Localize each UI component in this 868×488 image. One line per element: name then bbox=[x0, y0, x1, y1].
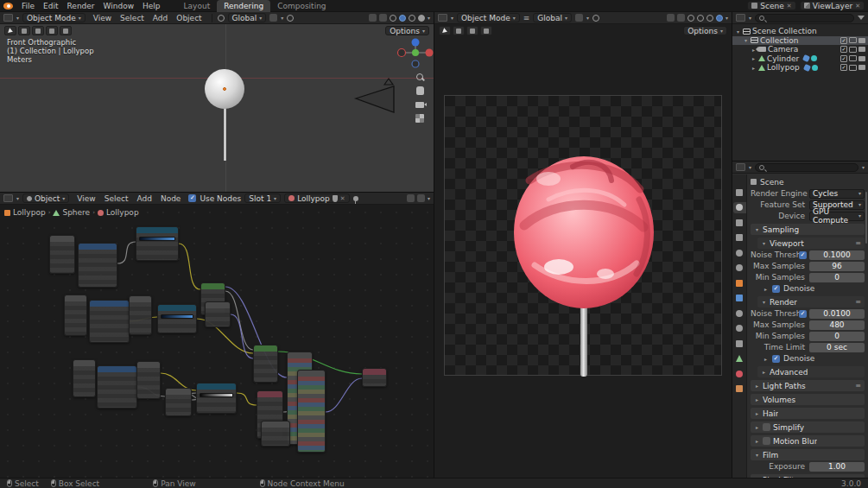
shader-node-1[interactable] bbox=[49, 235, 75, 274]
hide-render-icon[interactable] bbox=[858, 56, 865, 61]
denoise-checkbox[interactable]: ✓ bbox=[772, 355, 780, 363]
panel-checkbox[interactable] bbox=[763, 423, 770, 431]
value-noise-threshold[interactable]: 0.0100 bbox=[809, 309, 865, 319]
shader-node-15[interactable] bbox=[253, 345, 278, 383]
blender-logo-icon[interactable] bbox=[3, 3, 13, 10]
selectable-checkbox[interactable]: ✓ bbox=[840, 37, 847, 44]
mode-dropdown[interactable]: Object Mode▾ bbox=[22, 13, 86, 22]
tool-option-4-icon[interactable] bbox=[60, 26, 72, 35]
shader-node-7[interactable] bbox=[157, 304, 197, 333]
panel-caret[interactable]: ▸ bbox=[754, 383, 760, 389]
slot-dropdown[interactable]: Slot 1▾ bbox=[244, 193, 281, 203]
panel-caret[interactable]: ▾ bbox=[754, 226, 760, 232]
viewport-menu-view[interactable]: View bbox=[89, 12, 116, 24]
overlays-toggle-icon[interactable] bbox=[379, 14, 387, 22]
properties-tab-world[interactable] bbox=[733, 263, 746, 274]
tool-option-1-icon[interactable] bbox=[453, 26, 465, 35]
editor-type-icon[interactable] bbox=[438, 14, 447, 22]
value-exposure[interactable]: 1.00 bbox=[809, 462, 865, 472]
panel-motion-blur[interactable]: ▸Motion Blur bbox=[751, 435, 865, 447]
filter-icon[interactable] bbox=[858, 16, 865, 20]
preset-icon[interactable]: ≡ bbox=[855, 298, 861, 306]
outliner-row-scene-collection[interactable]: ▾Scene Collection bbox=[732, 27, 868, 36]
properties-tab-physics[interactable] bbox=[733, 323, 746, 334]
color-ramp-bar[interactable] bbox=[139, 237, 175, 241]
shader-node-2[interactable] bbox=[78, 243, 117, 288]
value-min-samples[interactable]: 0 bbox=[809, 273, 865, 282]
shader-node-14[interactable] bbox=[196, 383, 237, 414]
properties-tab-view-layer[interactable] bbox=[733, 232, 746, 244]
workspace-tab-layout[interactable]: Layout bbox=[177, 0, 218, 12]
viewport-menu-object[interactable]: Object bbox=[172, 12, 206, 24]
selectable-checkbox[interactable]: ✓ bbox=[840, 55, 847, 62]
shader-node-18[interactable] bbox=[297, 370, 326, 453]
active-tool-icon[interactable] bbox=[4, 26, 16, 35]
shader-node-13[interactable] bbox=[165, 388, 192, 416]
workspace-tab-rendering[interactable]: Rendering bbox=[217, 0, 270, 12]
editor-type-icon[interactable] bbox=[3, 194, 13, 202]
workspace-tab-compositing[interactable]: Compositing bbox=[270, 0, 333, 12]
shader-node-3[interactable] bbox=[136, 226, 179, 261]
menu-render[interactable]: Render bbox=[63, 0, 99, 12]
value-render-engine[interactable]: Cycles▾ bbox=[809, 189, 865, 199]
color-ramp-bar[interactable] bbox=[200, 393, 233, 397]
shading-material-icon[interactable] bbox=[706, 15, 713, 22]
expand-caret[interactable]: ▸ bbox=[763, 286, 769, 292]
expand-caret[interactable]: ▸ bbox=[751, 65, 757, 71]
unlink-material-icon[interactable]: ✕ bbox=[340, 195, 345, 202]
material-selector[interactable]: Lollypop ✕ bbox=[284, 193, 350, 203]
panel-caret[interactable]: ▾ bbox=[754, 452, 760, 458]
node-menu-view[interactable]: View bbox=[73, 193, 99, 205]
value-device[interactable]: GPU Compute▾ bbox=[809, 212, 865, 221]
hide-render-icon[interactable] bbox=[858, 65, 865, 70]
properties-tab-output[interactable] bbox=[733, 217, 746, 228]
panel-film[interactable]: ▾Film bbox=[751, 449, 865, 460]
node-canvas[interactable]: Lollypop › Sphere › Lollypop bbox=[0, 205, 434, 478]
properties-tab-constraints[interactable] bbox=[733, 338, 746, 349]
shader-node-4[interactable] bbox=[64, 295, 87, 336]
zoom-icon[interactable] bbox=[415, 73, 425, 82]
viewport-menu-select[interactable]: Select bbox=[116, 12, 149, 24]
preset-icon[interactable]: ≡ bbox=[855, 239, 861, 247]
use-nodes-checkbox[interactable]: ✓ bbox=[188, 194, 196, 202]
shader-node-10[interactable] bbox=[73, 359, 96, 397]
properties-tab-particles[interactable] bbox=[733, 307, 746, 319]
snap-magnet-icon[interactable] bbox=[575, 14, 583, 22]
pin-icon[interactable] bbox=[353, 196, 358, 201]
panel-caret[interactable]: ▸ bbox=[754, 438, 760, 444]
expand-caret[interactable]: ▾ bbox=[743, 37, 749, 43]
shader-node-6[interactable] bbox=[129, 295, 152, 335]
properties-search-input[interactable] bbox=[755, 163, 858, 172]
panel-advanced[interactable]: ▸Advanced bbox=[757, 366, 865, 377]
active-tool-icon[interactable] bbox=[439, 26, 451, 35]
properties-options-arrow[interactable]: ▾ bbox=[862, 165, 865, 170]
hide-render-icon[interactable] bbox=[858, 38, 865, 43]
checkrow-denoise[interactable]: ▸✓Denoise bbox=[751, 353, 865, 364]
checkrow-denoise[interactable]: ▸✓Denoise bbox=[751, 283, 865, 294]
shading-wireframe-icon[interactable] bbox=[687, 15, 694, 22]
panel-caret[interactable]: ▸ bbox=[754, 396, 760, 402]
properties-tab-render[interactable] bbox=[733, 202, 746, 213]
orientation-dropdown[interactable]: Global▾ bbox=[228, 13, 267, 22]
shader-node-20[interactable] bbox=[261, 421, 290, 447]
menu-help[interactable]: Help bbox=[138, 0, 165, 12]
tool-option-2-icon[interactable] bbox=[466, 26, 478, 35]
expand-caret[interactable]: ▸ bbox=[763, 356, 769, 362]
hide-viewport-icon[interactable] bbox=[849, 47, 857, 53]
properties-scrollbar[interactable] bbox=[865, 192, 867, 244]
prop-checkbox[interactable]: ✓ bbox=[799, 251, 807, 259]
outliner-row-cylinder[interactable]: ▸Cylinder✓ bbox=[732, 54, 868, 64]
tool-option-1-icon[interactable] bbox=[18, 26, 30, 35]
shading-rendered-icon[interactable] bbox=[418, 15, 425, 22]
shading-solid-icon[interactable] bbox=[697, 15, 704, 22]
viewlayer-selector[interactable]: ViewLayer ✕ bbox=[800, 1, 865, 10]
proportional-edit-icon[interactable] bbox=[287, 15, 294, 22]
scene-unlink-icon[interactable]: ✕ bbox=[787, 3, 792, 10]
hide-viewport-icon[interactable] bbox=[849, 65, 857, 71]
snapping-icon[interactable] bbox=[407, 194, 415, 202]
panel-caret[interactable]: ▸ bbox=[754, 424, 760, 430]
menu-window[interactable]: Window bbox=[99, 0, 139, 12]
overlay-icon[interactable] bbox=[417, 194, 425, 202]
orientation-dropdown[interactable]: Global▾ bbox=[533, 13, 572, 22]
overlays-toggle-icon[interactable] bbox=[677, 14, 685, 22]
